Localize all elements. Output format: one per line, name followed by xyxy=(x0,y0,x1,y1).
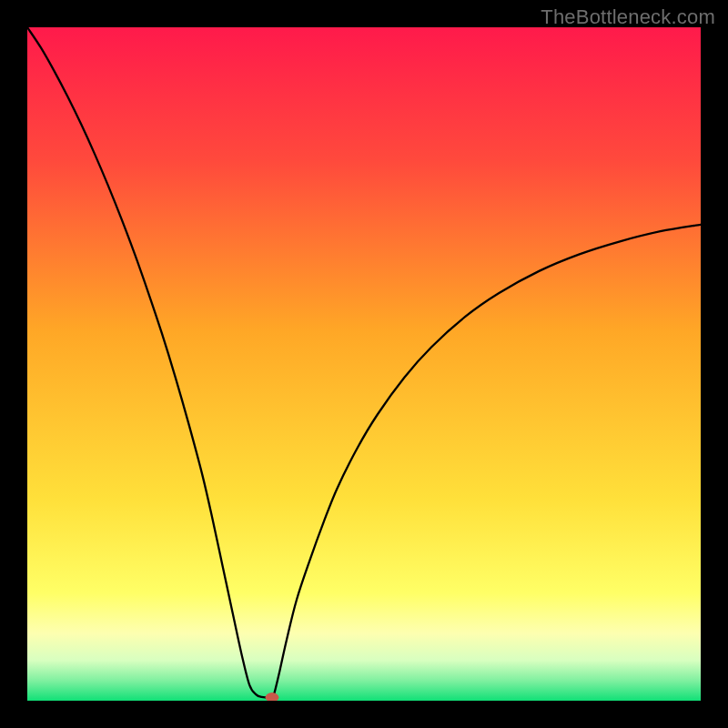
chart-frame: TheBottleneck.com xyxy=(0,0,728,728)
watermark-text: TheBottleneck.com xyxy=(541,5,715,29)
bottleneck-chart xyxy=(27,27,701,701)
chart-background xyxy=(27,27,701,701)
